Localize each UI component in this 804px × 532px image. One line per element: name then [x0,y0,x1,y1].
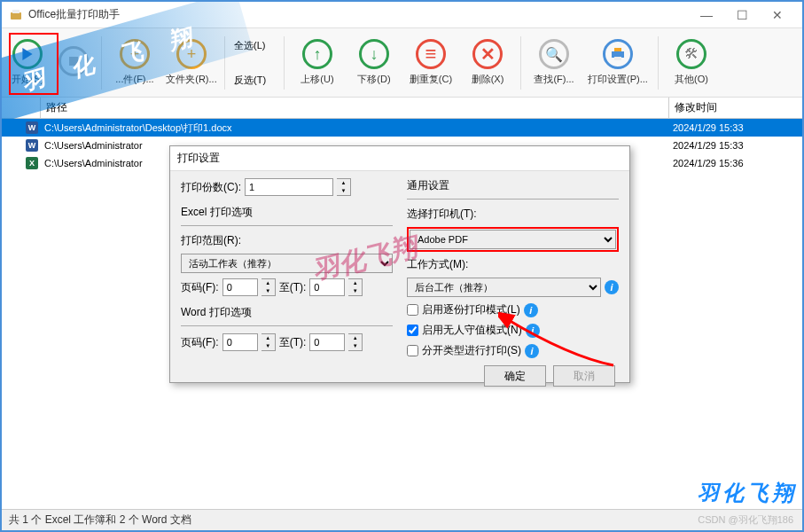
page-from-spinner[interactable]: ▲▼ [261,278,276,296]
excel-group-label: Excel 打印选项 [181,205,393,220]
minimize-button[interactable]: — [689,3,724,27]
table-row[interactable]: WC:\Users\Administrator\Desktop\打印1.docx… [2,119,802,137]
doc-icon: X [26,157,38,169]
file-time: 2024/1/29 15:33 [669,140,802,151]
svg-rect-3 [614,48,621,51]
list-header: 路径 修改时间 [2,98,802,119]
move-down-button[interactable]: ↓ 下移(D) [347,32,402,94]
word-group-label: Word 打印选项 [181,305,393,320]
word-page-from-label: 页码(F): [181,335,219,350]
dup-icon: ≡ [416,39,446,69]
chk-unattended-label: 启用无人守值模式(N) [422,323,522,338]
info-icon[interactable]: i [525,344,539,358]
folder-icon: + [176,39,207,69]
col-time[interactable]: 修改时间 [669,98,802,118]
svg-rect-4 [614,57,621,60]
chk-split-type-label: 分开类型进行打印(S) [422,343,521,358]
other-button[interactable]: 🛠 其他(O) [664,32,719,94]
doc-icon: W [26,121,38,134]
separator [658,36,659,90]
move-up-button[interactable]: ↑ 上移(U) [290,32,345,94]
mode-select[interactable]: 后台工作（推荐） [407,278,601,297]
invert-button[interactable]: 反选(T) [234,74,275,87]
remove-dup-button[interactable]: ≡ 删重复(C) [403,32,458,94]
printer-select[interactable]: Adobe PDF [410,230,616,249]
doc-icon: W [26,139,38,152]
word-page-from-input[interactable] [222,333,258,351]
up-icon: ↑ [302,39,332,69]
word-to-spinner[interactable]: ▲▼ [348,333,363,351]
svg-rect-1 [12,10,20,13]
stop-button[interactable] [51,32,96,94]
page-from-label: 页码(F): [181,280,219,295]
copies-input[interactable] [245,178,333,196]
col-path[interactable]: 路径 [41,98,669,118]
maximize-button[interactable]: ☐ [724,3,760,27]
search-icon: 🔍 [539,39,569,69]
separator [520,36,521,90]
delete-icon: ✕ [472,39,503,69]
info-icon[interactable]: i [605,280,619,294]
stop-icon [59,46,89,76]
print-settings-dialog: 打印设置 打印份数(C): ▲▼ Excel 打印选项 打印范围(R): 活动工… [169,145,630,383]
file-icon: + [120,39,150,69]
toolbar: 开始(S) + ...件(F)... + 文件夹(R)... 全选(L) 反选(… [2,28,802,98]
common-group-label: 通用设置 [407,178,619,193]
svg-rect-0 [11,12,21,20]
cancel-button[interactable]: 取消 [553,365,615,387]
file-path: C:\Users\Administrator\Desktop\打印1.docx [41,121,669,135]
col-checkbox[interactable] [2,98,41,118]
find-button[interactable]: 🔍 查找(F)... [527,32,582,94]
tools-icon: 🛠 [676,39,706,69]
copies-label: 打印份数(C): [181,180,241,195]
chk-split-type[interactable] [407,345,418,356]
page-to-label: 至(T): [279,280,307,295]
csdn-credit: CSDN @羽化飞翔186 [698,513,793,527]
page-from-input[interactable] [222,278,258,296]
folder-button[interactable]: + 文件夹(R)... [164,32,219,94]
window-title: Office批量打印助手 [28,7,689,22]
dialog-title: 打印设置 [170,146,629,171]
select-all-button[interactable]: 全选(L) [234,39,275,52]
range-label: 打印范围(R): [181,233,393,248]
word-page-to-label: 至(T): [279,335,307,350]
page-to-input[interactable] [309,278,345,296]
ok-button[interactable]: 确定 [484,365,546,387]
titlebar: Office批量打印助手 — ☐ ✕ [2,2,802,28]
play-icon [12,39,43,69]
status-bar: 共 1 个 Excel 工作簿和 2 个 Word 文档 [2,509,802,530]
copies-spinner[interactable]: ▲▼ [337,178,351,196]
select-group: 全选(L) 反选(T) [230,35,278,90]
printer-label: 选择打印机(T): [407,207,619,222]
file-button[interactable]: + ...件(F)... [107,32,162,94]
file-time: 2024/1/29 15:33 [669,122,802,133]
file-time: 2024/1/29 15:36 [669,158,802,168]
delete-button[interactable]: ✕ 删除(X) [460,32,515,94]
chk-per-copy[interactable] [407,304,418,316]
word-from-spinner[interactable]: ▲▼ [261,333,276,351]
start-button[interactable]: 开始(S) [5,32,50,94]
svg-rect-2 [612,51,624,58]
mode-label: 工作方式(M): [407,257,619,272]
down-icon: ↓ [359,39,389,69]
separator [284,36,285,90]
info-icon[interactable]: i [524,303,538,317]
printer-icon [603,39,633,69]
word-page-to-input[interactable] [309,333,345,351]
separator [101,36,102,90]
close-button[interactable]: ✕ [760,3,795,27]
chk-per-copy-label: 启用逐份打印模式(L) [422,302,520,317]
page-to-spinner[interactable]: ▲▼ [348,278,363,296]
separator [224,36,225,90]
app-icon [9,8,23,22]
signature: 羽化飞翔 [698,479,797,507]
range-select[interactable]: 活动工作表（推荐） [181,254,393,273]
print-setup-button[interactable]: 打印设置(P)... [583,32,652,94]
chk-unattended[interactable] [407,325,418,336]
printer-highlight: Adobe PDF [407,227,619,252]
info-icon[interactable]: i [526,324,540,338]
